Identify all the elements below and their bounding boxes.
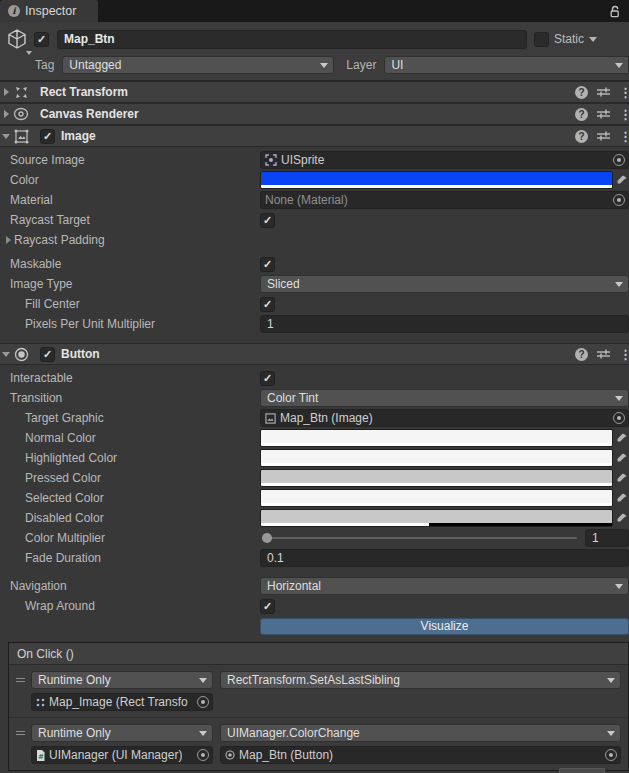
info-icon: i bbox=[8, 5, 20, 17]
canvas-renderer-header[interactable]: Canvas Renderer ? ⋮ bbox=[0, 103, 629, 125]
presets-icon[interactable] bbox=[597, 130, 610, 142]
drag-handle-icon[interactable] bbox=[9, 731, 31, 735]
script-icon: # bbox=[36, 750, 45, 761]
fade-duration-field[interactable]: 0.1 bbox=[260, 549, 629, 567]
button-enabled-checkbox[interactable] bbox=[40, 347, 55, 362]
help-icon[interactable]: ? bbox=[575, 130, 588, 143]
kebab-menu-icon[interactable]: ⋮ bbox=[619, 108, 629, 121]
button-mini-icon bbox=[225, 750, 235, 760]
foldout-collapsed-icon[interactable] bbox=[0, 110, 12, 118]
object-picker-icon[interactable] bbox=[613, 154, 625, 166]
event-list-footer-buttons[interactable] bbox=[559, 768, 605, 773]
dropdown-caret bbox=[615, 396, 623, 401]
object-picker-icon[interactable] bbox=[613, 412, 625, 424]
fill-center-checkbox[interactable] bbox=[260, 297, 275, 312]
gameobject-name-field[interactable]: Map_Btn bbox=[57, 30, 527, 49]
transition-row: Transition Color Tint bbox=[0, 388, 629, 408]
property-label: Raycast Target bbox=[0, 213, 260, 227]
presets-icon[interactable] bbox=[597, 108, 610, 120]
property-label: Fade Duration bbox=[0, 551, 260, 565]
foldout-expanded-icon[interactable] bbox=[0, 134, 12, 139]
component-title: Canvas Renderer bbox=[40, 107, 139, 121]
event-target-object-field[interactable]: Map_Image (Rect Transfo bbox=[31, 693, 213, 711]
event-target-value: UIManager (UI Manager) bbox=[49, 748, 182, 762]
help-icon[interactable]: ? bbox=[575, 86, 588, 99]
color-multiplier-row: Color Multiplier 1 bbox=[0, 528, 629, 548]
image-component-body: Source Image UISprite Color bbox=[0, 147, 629, 343]
foldout-collapsed-icon[interactable] bbox=[0, 88, 12, 96]
eyedropper-icon[interactable] bbox=[613, 433, 629, 444]
eyedropper-icon[interactable] bbox=[613, 175, 629, 186]
tab-inspector[interactable]: i Inspector bbox=[0, 0, 98, 22]
highlighted-color-swatch[interactable] bbox=[260, 449, 613, 467]
foldout-expanded-icon[interactable] bbox=[0, 352, 12, 357]
eyedropper-icon[interactable] bbox=[613, 493, 629, 504]
image-component-header[interactable]: Image ? ⋮ bbox=[0, 125, 629, 147]
kebab-menu-icon[interactable]: ⋮ bbox=[619, 86, 629, 99]
help-icon[interactable]: ? bbox=[575, 348, 588, 361]
maskable-checkbox[interactable] bbox=[260, 257, 275, 272]
kebab-menu-icon[interactable]: ⋮ bbox=[619, 348, 629, 361]
visualize-button[interactable]: Visualize bbox=[260, 618, 629, 635]
static-checkbox[interactable] bbox=[534, 32, 549, 47]
color-multiplier-slider[interactable] bbox=[260, 529, 579, 547]
foldout-collapsed-icon[interactable] bbox=[2, 236, 14, 244]
event-mode-dropdown[interactable]: Runtime Only bbox=[31, 671, 213, 689]
source-image-object-field[interactable]: UISprite bbox=[260, 151, 629, 169]
interactable-row: Interactable bbox=[0, 368, 629, 388]
eyedropper-icon[interactable] bbox=[613, 453, 629, 464]
image-type-row: Image Type Sliced bbox=[0, 274, 629, 294]
event-argument-object-field[interactable]: Map_Btn (Button) bbox=[220, 746, 621, 764]
property-label: Source Image bbox=[0, 153, 260, 167]
sprite-icon bbox=[265, 154, 277, 166]
disabled-color-swatch[interactable] bbox=[260, 509, 613, 527]
transition-dropdown[interactable]: Color Tint bbox=[260, 389, 629, 407]
layer-dropdown[interactable]: UI bbox=[384, 56, 629, 74]
property-label: Maskable bbox=[0, 257, 260, 271]
button-component-header[interactable]: Button ? ⋮ bbox=[0, 343, 629, 365]
unlock-icon[interactable] bbox=[609, 5, 621, 18]
highlighted-color-row: Highlighted Color bbox=[0, 448, 629, 468]
image-type-dropdown[interactable]: Sliced bbox=[260, 275, 629, 293]
eyedropper-icon[interactable] bbox=[613, 513, 629, 524]
slider-knob[interactable] bbox=[262, 533, 272, 543]
event-mode-dropdown[interactable]: Runtime Only bbox=[31, 724, 213, 742]
raycast-target-checkbox[interactable] bbox=[260, 213, 275, 228]
event-function-value: RectTransform.SetAsLastSibling bbox=[227, 673, 603, 687]
image-type-value: Sliced bbox=[267, 277, 611, 291]
event-target-value: Map_Image (Rect Transfo bbox=[49, 695, 188, 709]
dropdown-caret bbox=[615, 584, 623, 589]
image-enabled-checkbox[interactable] bbox=[40, 129, 55, 144]
interactable-checkbox[interactable] bbox=[260, 371, 275, 386]
color-multiplier-field[interactable]: 1 bbox=[585, 529, 629, 547]
help-icon[interactable]: ? bbox=[575, 108, 588, 121]
tag-dropdown[interactable]: Untagged bbox=[62, 56, 334, 74]
presets-icon[interactable] bbox=[597, 86, 610, 98]
object-picker-icon[interactable] bbox=[197, 749, 209, 761]
pressed-color-swatch[interactable] bbox=[260, 469, 613, 487]
eyedropper-icon[interactable] bbox=[613, 473, 629, 484]
static-dropdown-caret[interactable] bbox=[589, 37, 597, 42]
component-title: Button bbox=[61, 347, 100, 361]
rect-transform-header[interactable]: Rect Transform ? ⋮ bbox=[0, 81, 629, 103]
event-target-object-field[interactable]: # UIManager (UI Manager) bbox=[31, 746, 213, 764]
target-graphic-object-field[interactable]: Map_Btn (Image) bbox=[260, 409, 629, 427]
material-object-field[interactable]: None (Material) bbox=[260, 191, 629, 209]
presets-icon[interactable] bbox=[597, 348, 610, 360]
kebab-menu-icon[interactable]: ⋮ bbox=[619, 130, 629, 143]
drag-handle-icon[interactable] bbox=[9, 678, 31, 682]
event-function-dropdown[interactable]: RectTransform.SetAsLastSibling bbox=[220, 671, 621, 689]
tag-value: Untagged bbox=[69, 58, 316, 72]
normal-color-swatch[interactable] bbox=[260, 429, 613, 447]
object-picker-icon[interactable] bbox=[613, 194, 625, 206]
navigation-dropdown[interactable]: Horizontal bbox=[260, 577, 629, 595]
selected-color-swatch[interactable] bbox=[260, 489, 613, 507]
object-picker-icon[interactable] bbox=[197, 696, 209, 708]
wrap-around-checkbox[interactable] bbox=[260, 599, 275, 614]
gameobject-active-checkbox[interactable] bbox=[34, 32, 49, 47]
color-swatch[interactable] bbox=[260, 171, 613, 189]
gameobject-cube-icon[interactable] bbox=[0, 27, 34, 51]
pixels-per-unit-field[interactable]: 1 bbox=[260, 315, 629, 333]
object-picker-icon[interactable] bbox=[605, 749, 617, 761]
event-function-dropdown[interactable]: UIManager.ColorChange bbox=[220, 724, 621, 742]
